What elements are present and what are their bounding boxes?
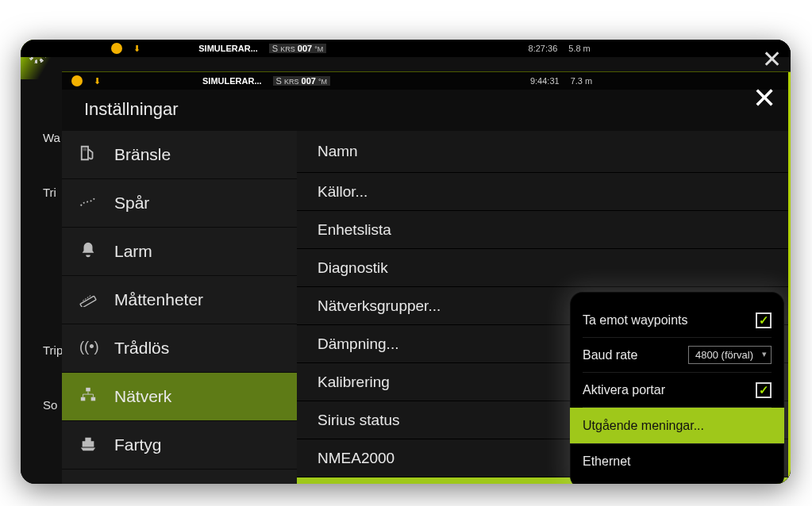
net-icon [78, 386, 98, 408]
wave-icon [78, 483, 98, 485]
row-outgoing-sentences[interactable]: Utgående meningar... [570, 408, 784, 444]
time-label: 9:44:31 [530, 76, 560, 86]
main-item[interactable]: Namn [297, 131, 791, 173]
main-item-label: NMEA2000 [317, 450, 394, 467]
svg-rect-5 [91, 397, 96, 401]
main-item[interactable]: Enhetslista [297, 211, 791, 249]
svg-rect-1 [80, 296, 96, 307]
nmea0183-popup: Ta emot waypoints ✓ Baud rate 4800 (förv… [570, 292, 784, 484]
time-label: 8:27:36 [529, 44, 558, 53]
app-outer: ⬇ SIMULERAR... S KRS 007 °M 8:27:36 5.8 … [21, 40, 791, 484]
ship-icon [78, 435, 98, 456]
track-icon [78, 193, 98, 214]
wifi-icon: ((•)) [78, 338, 98, 359]
sidebar-item-wifi[interactable]: ((•))Trådlös [62, 324, 297, 373]
fuel-icon [78, 144, 98, 166]
simulate-label: SIMULERAR... [198, 44, 258, 53]
globe-icon [71, 75, 83, 86]
sidebar-item-label: Trådlös [114, 339, 169, 358]
globe-icon [111, 43, 122, 54]
heading-badge: S KRS 007 °M [273, 76, 331, 86]
download-icon: ⬇ [94, 76, 101, 86]
row-ethernet[interactable]: Ethernet [583, 444, 772, 479]
row-activate-ports[interactable]: Aktivera portar ✓ [583, 373, 772, 408]
svg-rect-3 [86, 387, 90, 391]
sidebar-item-label: Larm [114, 242, 152, 261]
download-icon: ⬇ [133, 44, 140, 54]
close-button[interactable]: ✕ [752, 82, 776, 115]
main-item-label: Nätverksgrupper... [317, 297, 441, 315]
page-title: Inställningar [62, 90, 791, 131]
status-bar-front: ⬇ SIMULERAR... S KRS 007 °M 9:44:31 7.3 … [62, 72, 791, 90]
main-item-label: Dämpning... [317, 335, 398, 353]
main-item-label: Enhetslista [317, 221, 391, 239]
sidebar-item-fuel[interactable]: Bränsle [62, 131, 297, 179]
depth-label: 5.8 m [568, 44, 591, 53]
svg-text:((•)): ((•)) [79, 338, 98, 355]
checkbox-ports[interactable]: ✓ [756, 382, 772, 398]
baud-select[interactable]: 4800 (förval) [688, 346, 772, 364]
label: Baud rate [583, 348, 637, 362]
sidebar-item-track[interactable]: Spår [62, 179, 297, 228]
main-item[interactable]: Diagnostik [297, 249, 791, 287]
main-item-label: Diagnostik [317, 259, 388, 277]
heading-badge: S KRS 007 °M [269, 44, 327, 53]
label: Ethernet [583, 454, 630, 469]
sidebar-item-label: Bränsle [114, 145, 171, 164]
sidebar-item-ship[interactable]: Fartyg [62, 421, 297, 470]
label: Ta emot waypoints [583, 313, 688, 328]
simulate-label: SIMULERAR... [202, 76, 262, 86]
main-item-label: Källor... [317, 183, 368, 201]
sidebar-item-net[interactable]: Nätverk [62, 373, 297, 421]
sidebar-item-wave[interactable]: Simulator [62, 470, 297, 484]
svg-rect-4 [81, 397, 86, 401]
main-item[interactable]: Källor... [297, 173, 791, 211]
ruler-icon [78, 289, 98, 311]
row-receive-waypoints[interactable]: Ta emot waypoints ✓ [583, 303, 772, 338]
label: Aktivera portar [583, 383, 665, 397]
sidebar-item-label: Måttenheter [114, 290, 203, 309]
sidebar-item-label: Spår [114, 194, 149, 213]
main-item-label: Namn [317, 143, 358, 160]
depth-label: 7.3 m [571, 76, 593, 86]
svg-rect-0 [83, 148, 87, 151]
label: Utgående meningar... [583, 419, 704, 433]
checkbox-receive[interactable]: ✓ [756, 312, 772, 328]
sidebar-item-label: Nätverk [114, 387, 171, 406]
main-item-label: Sirius status [317, 412, 399, 429]
bell-icon [78, 241, 98, 263]
row-baud-rate[interactable]: Baud rate 4800 (förval) [583, 338, 772, 373]
main-item-label: Kalibrering [317, 374, 390, 391]
sidebar-item-label: Fartyg [114, 435, 162, 454]
sidebar-item-bell[interactable]: Larm [62, 228, 297, 276]
status-bar-back: ⬇ SIMULERAR... S KRS 007 °M 8:27:36 5.8 … [21, 40, 791, 57]
close-back-button[interactable]: ✕ [746, 40, 791, 78]
sidebar-item-ruler[interactable]: Måttenheter [62, 276, 297, 324]
settings-sidebar: BränsleSpårLarmMåttenheter((•))TrådlösNä… [62, 131, 297, 484]
